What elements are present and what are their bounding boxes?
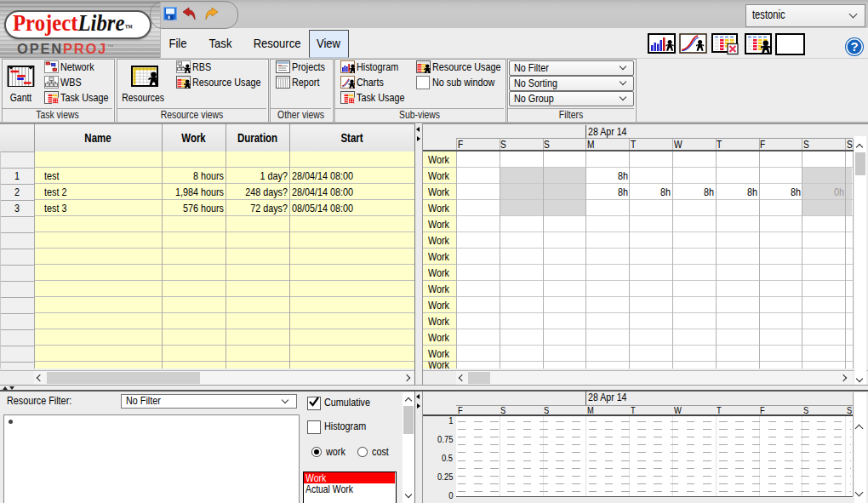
svg-text:?: ? [850, 39, 858, 54]
